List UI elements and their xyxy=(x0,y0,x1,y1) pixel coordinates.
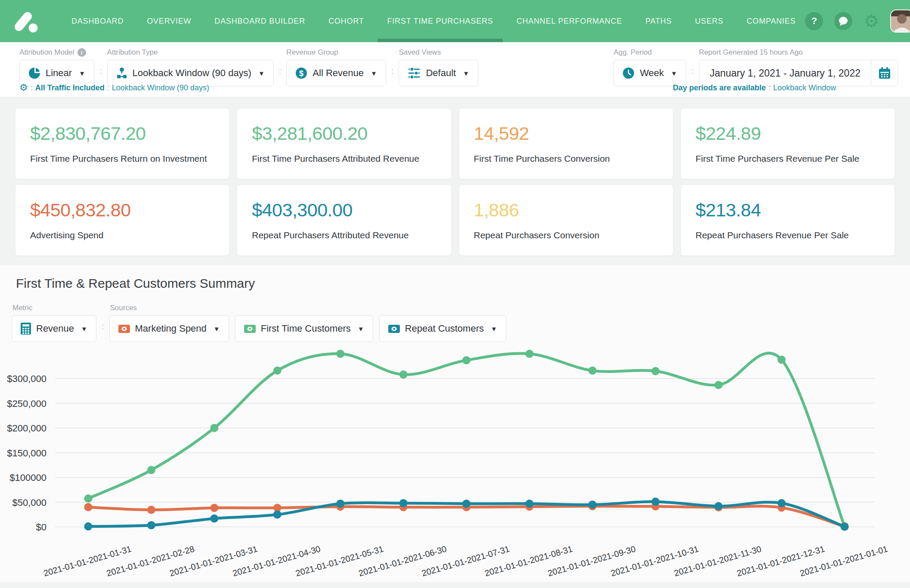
sliders-icon xyxy=(408,67,421,79)
nav-item-overview[interactable]: OVERVIEW xyxy=(137,0,201,42)
nav-item-dashboard-builder[interactable]: DASHBOARD BUILDER xyxy=(205,0,315,42)
kpi-card: $224.89 First Time Purchasers Revenue Pe… xyxy=(681,108,895,179)
attribution-model-dropdown[interactable]: Linear ▼ xyxy=(19,60,94,86)
all-traffic-included-link[interactable]: All Traffic Included xyxy=(35,83,105,92)
source-value: Repeat Customers xyxy=(405,323,484,334)
logo-icon xyxy=(11,8,38,34)
attribution-model-label: Attribution Model xyxy=(19,48,74,57)
nav-items: DASHBOARD OVERVIEW DASHBOARD BUILDER COH… xyxy=(62,0,805,42)
svg-text:$0: $0 xyxy=(36,522,46,533)
sources-label: Sources xyxy=(110,304,137,312)
kpi-label: First Time Purchasers Attributed Revenue xyxy=(252,154,436,164)
chat-bubble-icon xyxy=(838,16,848,26)
kpi-value: 14,592 xyxy=(474,123,658,144)
nav-item-channel-performance[interactable]: CHANNEL PERFORMANCE xyxy=(507,0,632,42)
svg-text:$250,000: $250,000 xyxy=(7,398,46,409)
filter-separator: : xyxy=(102,322,104,332)
nav-item-companies[interactable]: COMPANIES xyxy=(737,0,805,42)
agg-period-group: Agg. Period Week ▼ xyxy=(613,48,686,86)
attribution-model-value: Linear xyxy=(46,68,72,79)
svg-text:$300,000: $300,000 xyxy=(7,373,46,384)
calculator-icon xyxy=(21,323,31,335)
revenue-group-group: Revenue Group $ All Revenue ▼ xyxy=(286,48,386,86)
filter-separator: : xyxy=(99,66,102,76)
money-bill-icon xyxy=(118,325,130,333)
calendar-icon xyxy=(878,67,891,80)
lookback-window-link[interactable]: Lookback Window (90 days) xyxy=(112,83,209,92)
line-chart: $0$50,000$100000$150,000$200,000$250,000… xyxy=(0,342,910,588)
svg-text:$50,000: $50,000 xyxy=(12,497,46,508)
nav-actions: ? ⚙ xyxy=(805,0,910,42)
user-avatar[interactable] xyxy=(890,9,910,33)
info-icon[interactable]: i xyxy=(77,48,86,57)
help-icon[interactable]: ? xyxy=(805,12,823,30)
report-generated-label: Report Generated 15 hours Ago xyxy=(699,48,803,57)
kpi-card: 1,886 Repeat Purchasers Conversion xyxy=(459,185,673,256)
saved-views-label: Saved Views xyxy=(399,48,441,57)
kpi-label: Repeat Purchasers Revenue Per Sale xyxy=(696,230,880,240)
attribution-type-value: Lookback Window (90 days) xyxy=(133,68,251,79)
kpi-card-grid: $2,830,767.20 First Time Purchasers Retu… xyxy=(0,97,910,256)
kpi-card: $3,281,600.20 First Time Purchasers Attr… xyxy=(237,108,451,179)
kpi-value: 1,886 xyxy=(474,200,658,221)
agg-period-dropdown[interactable]: Week ▼ xyxy=(613,60,686,86)
attribution-type-label: Attribution Type xyxy=(107,48,158,57)
svg-text:$150,000: $150,000 xyxy=(7,448,46,459)
saved-views-value: Default xyxy=(426,68,456,79)
metric-label: Metric xyxy=(12,304,32,312)
source-value: Marketing Spend xyxy=(135,323,207,334)
revenue-group-value: All Revenue xyxy=(313,68,364,79)
kpi-value: $450,832.80 xyxy=(30,200,214,221)
traffic-note: ⚙ : All Traffic Included : Lookback Wind… xyxy=(19,83,209,92)
svg-text:$: $ xyxy=(299,69,303,78)
source-dropdown-repeat-customers[interactable]: Repeat Customers ▼ xyxy=(379,315,506,342)
avatar-photo xyxy=(891,10,910,32)
kpi-label: Repeat Purchasers Conversion xyxy=(474,230,658,240)
gear-small-icon: ⚙ xyxy=(19,83,28,92)
summary-title: First Time & Repeat Customers Summary xyxy=(16,276,910,291)
metric-dropdown[interactable]: Revenue ▼ xyxy=(12,315,96,342)
filter-separator: : xyxy=(391,66,394,76)
lookback-window-link[interactable]: Lookback Window xyxy=(773,83,836,92)
nav-item-paths[interactable]: PATHS xyxy=(636,0,681,42)
filter-bar: Attribution Model i Linear ▼ : Attributi… xyxy=(0,42,910,97)
caret-down-icon: ▼ xyxy=(371,70,377,77)
chat-icon[interactable] xyxy=(834,12,852,30)
caret-down-icon: ▼ xyxy=(463,70,469,77)
nav-item-dashboard[interactable]: DASHBOARD xyxy=(62,0,133,42)
source-dropdown-marketing-spend[interactable]: Marketing Spend ▼ xyxy=(109,315,229,342)
attribution-type-dropdown[interactable]: Lookback Window (90 days) ▼ xyxy=(107,60,274,86)
revenue-group-dropdown[interactable]: $ All Revenue ▼ xyxy=(286,60,386,86)
hierarchy-icon xyxy=(116,67,127,79)
day-periods-link[interactable]: Day periods are available xyxy=(673,83,766,92)
kpi-value: $213.84 xyxy=(696,200,880,221)
kpi-label: First Time Purchasers Revenue Per Sale xyxy=(696,154,880,164)
kpi-value: $3,281,600.20 xyxy=(252,123,436,144)
filter-separator: : xyxy=(279,66,282,76)
nav-item-users[interactable]: USERS xyxy=(686,0,733,42)
attribution-type-group: Attribution Type Lookback Window (90 day… xyxy=(107,48,274,86)
calendar-button[interactable] xyxy=(871,60,898,86)
chart-pickers: Metric Revenue ▼ : Sources xyxy=(12,304,910,342)
revenue-group-label: Revenue Group xyxy=(286,48,338,57)
kpi-label: Repeat Purchasers Attributed Revenue xyxy=(252,230,436,240)
app-logo[interactable] xyxy=(11,0,38,42)
source-dropdown-first-time-customers[interactable]: First Time Customers ▼ xyxy=(235,315,373,342)
dollar-circle-icon: $ xyxy=(295,67,307,79)
nav-item-first-time-purchasers[interactable]: FIRST TIME PURCHASERS xyxy=(378,0,502,42)
date-range-value[interactable]: January 1, 2021 - January 1, 2022 xyxy=(700,60,871,86)
metric-group: Metric Revenue ▼ xyxy=(12,304,96,342)
caret-down-icon: ▼ xyxy=(81,325,87,332)
nav-item-cohort[interactable]: COHORT xyxy=(319,0,373,42)
chart-canvas[interactable]: $0$50,000$100000$150,000$200,000$250,000… xyxy=(0,342,910,588)
kpi-value: $224.89 xyxy=(696,123,880,144)
settings-gear-icon[interactable]: ⚙ xyxy=(864,12,879,30)
filter-separator: : xyxy=(691,66,694,76)
svg-text:$100000: $100000 xyxy=(9,472,46,483)
svg-text:$200,000: $200,000 xyxy=(7,423,46,434)
money-bill-icon xyxy=(388,325,400,333)
saved-views-dropdown[interactable]: Default ▼ xyxy=(399,60,478,86)
period-note: Day periods are available : Lookback Win… xyxy=(673,83,836,92)
summary-section: First Time & Repeat Customers Summary Me… xyxy=(0,265,910,582)
caret-down-icon: ▼ xyxy=(79,70,85,77)
